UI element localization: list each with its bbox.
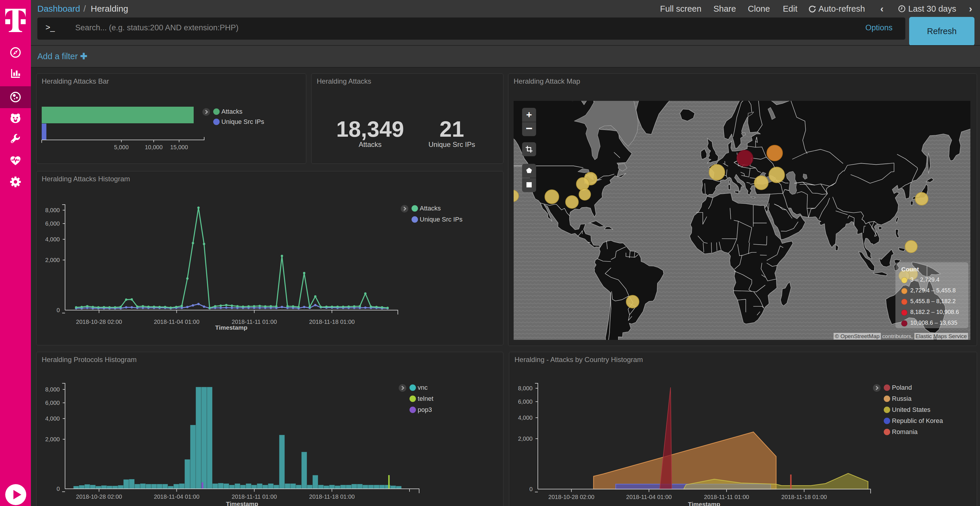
svg-text:2018-10-28 02:00: 2018-10-28 02:00 bbox=[76, 493, 122, 500]
svg-text:2,000: 2,000 bbox=[45, 436, 60, 443]
svg-text:2018-11-11 01:00: 2018-11-11 01:00 bbox=[232, 493, 277, 500]
svg-text:0: 0 bbox=[57, 307, 60, 313]
svg-text:10,000: 10,000 bbox=[145, 144, 162, 151]
svg-text:2018-11-11 01:00: 2018-11-11 01:00 bbox=[704, 494, 749, 500]
svg-text:6,000: 6,000 bbox=[518, 398, 533, 405]
svg-text:6,000: 6,000 bbox=[45, 220, 60, 227]
svg-text:4,000: 4,000 bbox=[518, 414, 533, 421]
svg-text:2018-10-28 02:00: 2018-10-28 02:00 bbox=[76, 319, 122, 325]
svg-text:5,000: 5,000 bbox=[114, 144, 129, 151]
svg-text:4,000: 4,000 bbox=[45, 236, 60, 243]
svg-text:2018-11-04 01:00: 2018-11-04 01:00 bbox=[154, 319, 199, 325]
svg-text:Timestamp: Timestamp bbox=[226, 500, 258, 506]
svg-text:2018-11-18 01:00: 2018-11-18 01:00 bbox=[309, 493, 355, 500]
svg-text:4,000: 4,000 bbox=[45, 416, 60, 422]
svg-text:6,000: 6,000 bbox=[45, 400, 60, 406]
svg-text:2018-11-18 01:00: 2018-11-18 01:00 bbox=[781, 494, 827, 500]
svg-text:2018-11-04 01:00: 2018-11-04 01:00 bbox=[626, 494, 672, 500]
svg-text:2,000: 2,000 bbox=[45, 257, 60, 263]
svg-text:Timestamp: Timestamp bbox=[215, 324, 248, 331]
svg-text:2018-10-28 02:00: 2018-10-28 02:00 bbox=[548, 494, 594, 500]
svg-text:8,000: 8,000 bbox=[45, 207, 60, 213]
svg-text:2018-11-18 01:00: 2018-11-18 01:00 bbox=[309, 319, 355, 325]
svg-text:2,000: 2,000 bbox=[518, 435, 533, 442]
svg-text:0: 0 bbox=[57, 485, 60, 492]
svg-text:8,000: 8,000 bbox=[45, 386, 60, 393]
svg-text:8,000: 8,000 bbox=[518, 385, 533, 392]
svg-text:Timestamp: Timestamp bbox=[688, 501, 721, 506]
svg-text:15,000: 15,000 bbox=[170, 144, 188, 151]
svg-text:2018-11-04 01:00: 2018-11-04 01:00 bbox=[154, 493, 199, 500]
svg-text:0: 0 bbox=[530, 486, 533, 492]
